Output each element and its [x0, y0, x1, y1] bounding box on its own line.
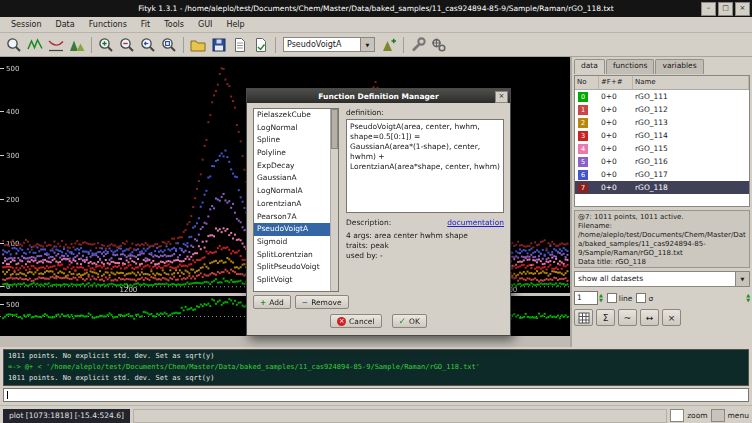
column-header: Name	[633, 76, 749, 89]
function-combobox-value[interactable]: PseudoVoigtA	[283, 37, 361, 52]
ok-check-icon: ✓	[399, 317, 407, 326]
add-peak-mode-icon[interactable]	[67, 35, 87, 55]
console-line: 1011 points. No explicit std. dev. Set a…	[8, 351, 744, 362]
statusbar-zoom-label[interactable]: zoom	[687, 411, 707, 420]
maximize-button[interactable]: □	[718, 2, 733, 16]
add-function-icon[interactable]	[379, 35, 399, 55]
menu-data[interactable]: Data	[49, 19, 82, 30]
delete-button[interactable]: ×	[662, 309, 681, 326]
dialog-titlebar[interactable]: Function Definition Manager ×	[247, 89, 510, 103]
point-size-spinner[interactable]: 1 ▲▼	[574, 291, 603, 305]
function-type-item[interactable]: LorentzianA	[254, 198, 338, 211]
zoom-all-icon[interactable]	[159, 35, 179, 55]
statusbar-zoom-box[interactable]	[670, 409, 684, 422]
scrollbar-thumb[interactable]	[331, 109, 338, 149]
checkbox-icon[interactable]	[607, 293, 617, 303]
open-data-icon[interactable]	[188, 35, 208, 55]
execute-script-icon[interactable]	[230, 35, 250, 55]
menu-tools[interactable]: Tools	[157, 19, 191, 30]
dataset-color-swatch: 3	[578, 131, 588, 141]
menu-functions[interactable]: Functions	[82, 19, 134, 30]
close-button[interactable]: ×	[735, 2, 750, 16]
minimize-button[interactable]: –	[701, 2, 716, 16]
dataset-ff-cell: 0+0	[599, 131, 633, 140]
dataset-row[interactable]: 20+0rGO_113	[575, 116, 749, 129]
chevron-down-icon[interactable]: ▼	[736, 271, 750, 287]
function-type-item[interactable]: GaussianA	[254, 172, 338, 185]
statusbar-menu-label[interactable]: menu	[728, 411, 749, 420]
function-type-item[interactable]: LogNormal	[254, 122, 338, 135]
dialog-buttons: ×Cancel ✓OK	[247, 309, 510, 335]
function-type-item[interactable]: SplitLorentzian	[254, 249, 338, 262]
tab-functions[interactable]: functions	[606, 59, 655, 74]
list-buttons: +Add −Remove	[253, 295, 339, 309]
dataset-row[interactable]: 50+0rGO_116	[575, 155, 749, 168]
line-checkbox[interactable]: line	[607, 293, 633, 303]
dataset-title-info: Data title: rGO_118	[578, 258, 746, 267]
zoom-in-icon[interactable]	[96, 35, 116, 55]
dataset-filter-combobox[interactable]: show all datasets	[574, 271, 736, 287]
function-type-item[interactable]: ExpDecay	[254, 160, 338, 173]
save-session-icon[interactable]	[209, 35, 229, 55]
function-type-item[interactable]: PielaszekCube	[254, 109, 338, 122]
sum-button[interactable]: Σ	[596, 309, 615, 326]
function-type-item[interactable]: Polyline	[254, 147, 338, 160]
zoom-out-icon[interactable]	[117, 35, 137, 55]
checkbox-icon[interactable]	[636, 293, 646, 303]
dataset-number-cell: 7	[575, 183, 599, 193]
dataset-row[interactable]: 30+0rGO_114	[575, 129, 749, 142]
dialog-close-icon[interactable]: ×	[495, 91, 508, 103]
dataset-number-cell: 4	[575, 144, 599, 154]
text-caret	[7, 391, 8, 399]
function-combobox[interactable]: PseudoVoigtA▼	[283, 37, 375, 52]
console-log[interactable]: 1011 points. No explicit std. dev. Set a…	[3, 349, 749, 386]
menu-fit[interactable]: Fit	[134, 19, 157, 30]
add-button[interactable]: +Add	[253, 295, 291, 309]
data-table-button[interactable]	[574, 309, 593, 326]
dataset-reorder-arrows[interactable]: ▲▼	[746, 293, 750, 303]
dataset-row[interactable]: 10+0rGO_112	[575, 103, 749, 116]
sigma-checkbox[interactable]: σ	[636, 293, 653, 303]
function-type-item[interactable]: SplitVoigt	[254, 274, 338, 287]
function-type-item[interactable]: LogNormalA	[254, 185, 338, 198]
spinner-arrows-icon[interactable]: ▲▼	[599, 293, 603, 303]
function-type-item[interactable]: PseudoVoigtA	[254, 223, 338, 236]
column-header: #F+#	[599, 76, 633, 89]
tab-variables[interactable]: variables	[655, 59, 703, 74]
chevron-down-icon[interactable]: ▼	[361, 37, 375, 52]
function-type-item[interactable]: SplitPseudoVoigt	[254, 261, 338, 274]
swap-button[interactable]: ↔	[640, 309, 659, 326]
ok-button[interactable]: ✓OK	[392, 314, 427, 328]
tab-data[interactable]: data	[574, 59, 605, 74]
definition-textbox[interactable]: PseudoVoigtA(area, center, hwhm, shape=0…	[346, 119, 504, 213]
dataset-name-cell: rGO_112	[633, 105, 749, 114]
dataset-row[interactable]: 70+0rGO_118	[575, 181, 749, 194]
dataset-row[interactable]: 60+0rGO_117	[575, 168, 749, 181]
menu-session[interactable]: Session	[4, 19, 49, 30]
statusbar-menu-icon[interactable]	[711, 409, 725, 422]
quick-transform-button[interactable]: ~	[618, 309, 637, 326]
dataset-row[interactable]: 40+0rGO_115	[575, 142, 749, 155]
previous-zoom-icon[interactable]	[138, 35, 158, 55]
dataset-ff-cell: 0+0	[599, 92, 633, 101]
dataset-row[interactable]: 00+0rGO_111	[575, 90, 749, 103]
settings-icon[interactable]	[429, 35, 449, 55]
function-type-item[interactable]: Pearson7A	[254, 211, 338, 224]
function-type-item[interactable]: Spline	[254, 134, 338, 147]
menu-help[interactable]: Help	[219, 19, 251, 30]
function-type-list[interactable]: PielaszekCubeLogNormalSplinePolylineExpD…	[253, 108, 339, 292]
command-input[interactable]	[3, 388, 749, 402]
list-scrollbar[interactable]	[330, 109, 338, 291]
log-icon[interactable]	[251, 35, 271, 55]
baseline-mode-icon[interactable]	[46, 35, 66, 55]
window-titlebar[interactable]: Fityk 1.3.1 - /home/aleplo/test/Document…	[0, 0, 752, 17]
cancel-button[interactable]: ×Cancel	[330, 314, 381, 328]
point-size-value[interactable]: 1	[574, 291, 598, 305]
fit-icon[interactable]	[408, 35, 428, 55]
function-type-item[interactable]: Sigmoid	[254, 236, 338, 249]
data-range-mode-icon[interactable]	[25, 35, 45, 55]
remove-button[interactable]: −Remove	[295, 295, 349, 309]
documentation-link[interactable]: documentation	[447, 218, 504, 227]
zoom-mode-icon[interactable]	[4, 35, 24, 55]
menu-gui[interactable]: GUI	[191, 19, 219, 30]
